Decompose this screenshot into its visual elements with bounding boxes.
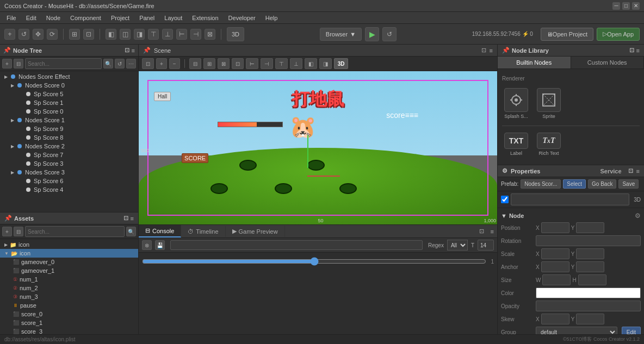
service-label[interactable]: Service <box>600 168 621 174</box>
align-left-icon[interactable]: ◧ <box>106 29 116 40</box>
scene-btn7[interactable]: ⊤ <box>275 58 288 69</box>
tree-item-nodes-score-0[interactable]: ▶ Nodes Score 0 <box>0 81 138 90</box>
hall-button[interactable]: Hall <box>154 92 171 101</box>
zoom-out-button[interactable]: − <box>169 58 180 69</box>
reload-button[interactable]: ↺ <box>382 27 397 41</box>
asset-item-score-3[interactable]: ⬛ score_3 <box>0 327 138 334</box>
scene-menu-icon[interactable]: ≡ <box>490 47 493 54</box>
node-item-sprite[interactable]: Sprite <box>535 86 563 121</box>
section-gear-icon[interactable]: ⚙ <box>635 212 641 220</box>
size-h-input[interactable]: 36 <box>578 274 606 285</box>
console-clear-button[interactable]: ⊗ <box>142 240 152 250</box>
add-icon[interactable]: + <box>4 29 15 40</box>
console-save-button[interactable]: 💾 <box>155 240 165 250</box>
align-icon2[interactable]: ◫ <box>120 29 131 40</box>
scene-expand-icon[interactable]: ⊡ <box>481 47 486 54</box>
save-button[interactable]: Save <box>618 179 639 189</box>
anchor-icon[interactable]: ⊡ <box>83 29 94 40</box>
menu-layout[interactable]: Layout <box>160 14 187 22</box>
menu-developer[interactable]: Developer <box>224 14 260 22</box>
scene-btn5[interactable]: ⊢ <box>246 58 258 69</box>
menu-extension[interactable]: Extension <box>188 14 222 22</box>
tree-item-sp-score-1[interactable]: ▶ Sp Score 1 <box>0 98 138 107</box>
menu-file[interactable]: File <box>2 14 21 22</box>
tab-console[interactable]: ⊟ Console <box>139 225 181 237</box>
pos-x-input[interactable]: 120 <box>541 222 569 233</box>
tree-item-nodes-score-effect[interactable]: ▶ Nodes Score Effect <box>0 72 138 81</box>
tree-item-sp-score-4[interactable]: ▶ Sp Score 4 <box>0 185 138 194</box>
maximize-button[interactable]: □ <box>622 2 630 10</box>
open-project-button[interactable]: 🖥 Open Project <box>541 28 593 41</box>
go-back-button[interactable]: Go Back <box>588 179 616 189</box>
lib-expand-icon[interactable]: ⊡ <box>629 47 634 54</box>
tree-item-sp-score-8[interactable]: ▶ Sp Score 8 <box>0 133 138 142</box>
assets-menu-icon[interactable]: ≡ <box>131 215 134 222</box>
scale-y-input[interactable]: 1 <box>576 248 604 259</box>
minimize-button[interactable]: ─ <box>612 2 620 10</box>
align-icon8[interactable]: ⊠ <box>205 29 215 40</box>
asset-item-num-1[interactable]: ① num_1 <box>0 275 138 284</box>
node-indent-button[interactable]: ⊟ <box>14 59 23 68</box>
align-icon7[interactable]: ⊣ <box>190 29 201 40</box>
node-add-button[interactable]: + <box>2 59 12 68</box>
console-slider[interactable] <box>142 257 486 266</box>
align-icon6[interactable]: ⊢ <box>176 29 187 40</box>
node-search-button[interactable]: 🔍 <box>103 59 113 68</box>
color-swatch[interactable] <box>536 287 641 298</box>
console-filter-select[interactable]: All <box>447 240 468 251</box>
3d-button[interactable]: 3D <box>227 27 244 41</box>
tree-item-sp-score-3[interactable]: ▶ Sp Score 3 <box>0 159 138 168</box>
tree-item-sp-score-0[interactable]: ▶ Sp Score 0 <box>0 107 138 116</box>
bottom-menu-icon[interactable]: ≡ <box>487 226 497 237</box>
size-w-input[interactable]: 40 <box>542 274 571 285</box>
assets-search-button[interactable]: 🔍 <box>126 227 136 236</box>
node-item-rich-text[interactable]: TxT Rich Text <box>535 130 563 158</box>
props-menu-icon[interactable]: ≡ <box>636 168 640 174</box>
move-icon[interactable]: ✥ <box>33 29 44 40</box>
lib-menu-icon[interactable]: ≡ <box>636 47 640 54</box>
bottom-expand-icon[interactable]: ⊡ <box>476 226 487 237</box>
node-refresh-button[interactable]: ↺ <box>115 59 125 68</box>
scene-btn9[interactable]: ◧ <box>305 58 317 69</box>
menu-panel[interactable]: Panel <box>135 14 159 22</box>
asset-item-gameover-0[interactable]: ⬛ gameover_0 <box>0 258 138 266</box>
select-button[interactable]: Select <box>563 179 586 189</box>
asset-item-num-3[interactable]: ③ num_3 <box>0 292 138 301</box>
tree-item-nodes-score-1[interactable]: ▶ Nodes Score 1 <box>0 116 138 124</box>
menu-project[interactable]: Project <box>107 14 134 22</box>
asset-item-num-2[interactable]: ② num_2 <box>0 284 138 292</box>
node-item-label[interactable]: TXT Label <box>502 130 530 158</box>
tab-game-preview[interactable]: ▶ Game Preview <box>226 226 285 237</box>
scene-btn2[interactable]: ⊞ <box>203 58 215 69</box>
prefab-name-button[interactable]: Nodes Scor... <box>521 179 561 189</box>
opacity-input[interactable]: 255 <box>536 301 641 311</box>
node-tree-menu-icon[interactable]: ≡ <box>132 47 135 54</box>
tree-item-nodes-score-3[interactable]: ▶ Nodes Score 3 <box>0 168 138 177</box>
assets-expand-icon[interactable]: ⊡ <box>123 215 128 222</box>
assets-search-input[interactable] <box>25 226 125 237</box>
tree-item-sp-score-5[interactable]: ▶ Sp Score 5 <box>0 90 138 98</box>
scene-btn4[interactable]: ⊡ <box>232 58 244 69</box>
scene-btn1[interactable]: ⊟ <box>189 58 201 69</box>
tab-custom-nodes[interactable]: Custom Nodes <box>571 57 645 68</box>
scene-canvas[interactable]: Drag with right mouse button to pan view… <box>139 71 497 224</box>
asset-item-icon-open[interactable]: ▼ 📂 icon <box>0 249 138 258</box>
rotation-input[interactable]: 0 <box>536 235 641 246</box>
align-icon4[interactable]: ⊤ <box>148 29 159 40</box>
scale-x-input[interactable]: 1 <box>541 248 569 259</box>
asset-item-score-0[interactable]: ⬛ score_0 <box>0 310 138 318</box>
asset-item-gameover-1[interactable]: ⬛ gameover_1 <box>0 266 138 275</box>
pos-y-input[interactable]: 100 <box>576 222 604 233</box>
node-item-splash[interactable]: Splash S... <box>502 86 530 121</box>
close-button[interactable]: ✕ <box>632 2 640 10</box>
tree-item-sp-score-7[interactable]: ▶ Sp Score 7 <box>0 151 138 159</box>
menu-component[interactable]: Component <box>66 14 106 22</box>
font-size-input[interactable]: 14 <box>478 240 494 251</box>
tab-timeline[interactable]: ⏱ Timeline <box>181 226 225 237</box>
scene-3d-button[interactable]: 3D <box>334 58 349 69</box>
node-section-header[interactable]: ▼ Node ⚙ <box>501 210 641 221</box>
scene-btn6[interactable]: ⊣ <box>261 58 273 69</box>
node-active-checkbox[interactable] <box>501 196 509 203</box>
assets-indent-button[interactable]: ⊟ <box>14 227 23 236</box>
menu-help[interactable]: Help <box>261 14 282 22</box>
